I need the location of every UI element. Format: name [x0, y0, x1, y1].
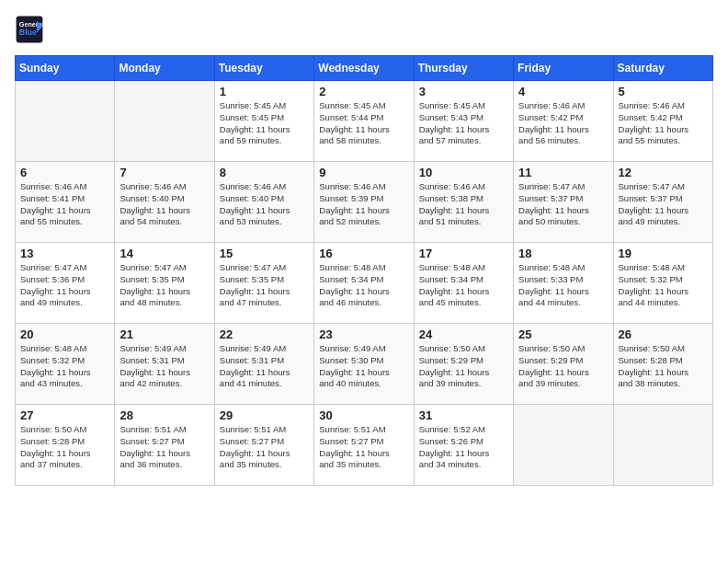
day-number: 28	[119, 408, 209, 422]
calendar-cell: 31Sunrise: 5:52 AM Sunset: 5:26 PM Dayli…	[414, 405, 513, 486]
day-header-wednesday: Wednesday	[314, 56, 414, 81]
calendar-cell: 3Sunrise: 5:45 AM Sunset: 5:43 PM Daylig…	[414, 81, 513, 162]
day-header-tuesday: Tuesday	[214, 56, 313, 81]
day-number: 15	[220, 247, 309, 260]
calendar-body: 1Sunrise: 5:45 AM Sunset: 5:45 PM Daylig…	[16, 81, 713, 486]
day-number: 7	[119, 166, 209, 179]
day-number: 19	[619, 247, 708, 260]
day-number: 17	[419, 247, 508, 260]
day-info: Sunrise: 5:47 AM Sunset: 5:37 PM Dayligh…	[619, 181, 708, 228]
svg-text:Blue: Blue	[19, 28, 37, 37]
calendar-cell	[115, 81, 214, 162]
calendar-cell: 13Sunrise: 5:47 AM Sunset: 5:36 PM Dayli…	[16, 243, 115, 324]
calendar-cell: 11Sunrise: 5:47 AM Sunset: 5:37 PM Dayli…	[514, 162, 613, 243]
day-header-friday: Friday	[514, 56, 613, 81]
calendar-cell	[613, 405, 712, 486]
day-info: Sunrise: 5:47 AM Sunset: 5:35 PM Dayligh…	[119, 262, 209, 309]
day-info: Sunrise: 5:47 AM Sunset: 5:37 PM Dayligh…	[518, 181, 608, 228]
day-number: 3	[419, 85, 508, 98]
day-number: 14	[119, 247, 209, 260]
calendar-cell: 24Sunrise: 5:50 AM Sunset: 5:29 PM Dayli…	[414, 324, 513, 405]
day-info: Sunrise: 5:46 AM Sunset: 5:42 PM Dayligh…	[518, 100, 608, 147]
day-number: 21	[119, 327, 209, 341]
day-info: Sunrise: 5:45 AM Sunset: 5:45 PM Dayligh…	[220, 100, 309, 147]
day-info: Sunrise: 5:46 AM Sunset: 5:40 PM Dayligh…	[119, 181, 209, 228]
calendar-cell: 27Sunrise: 5:50 AM Sunset: 5:28 PM Dayli…	[16, 405, 115, 486]
calendar-cell: 6Sunrise: 5:46 AM Sunset: 5:41 PM Daylig…	[16, 162, 115, 243]
day-info: Sunrise: 5:46 AM Sunset: 5:40 PM Dayligh…	[220, 181, 309, 228]
day-number: 8	[220, 166, 309, 179]
page-header: General Blue	[15, 15, 713, 44]
day-info: Sunrise: 5:46 AM Sunset: 5:42 PM Dayligh…	[619, 100, 708, 147]
day-info: Sunrise: 5:51 AM Sunset: 5:27 PM Dayligh…	[220, 424, 309, 471]
day-header-sunday: Sunday	[16, 56, 115, 81]
calendar-cell: 4Sunrise: 5:46 AM Sunset: 5:42 PM Daylig…	[514, 81, 613, 162]
day-number: 29	[220, 408, 309, 422]
calendar-table: SundayMondayTuesdayWednesdayThursdayFrid…	[15, 55, 713, 486]
calendar-week-3: 13Sunrise: 5:47 AM Sunset: 5:36 PM Dayli…	[16, 243, 713, 324]
day-info: Sunrise: 5:50 AM Sunset: 5:29 PM Dayligh…	[518, 343, 608, 390]
calendar-week-4: 20Sunrise: 5:48 AM Sunset: 5:32 PM Dayli…	[16, 324, 713, 405]
calendar-cell: 20Sunrise: 5:48 AM Sunset: 5:32 PM Dayli…	[16, 324, 115, 405]
calendar-cell: 21Sunrise: 5:49 AM Sunset: 5:31 PM Dayli…	[115, 324, 214, 405]
calendar-cell: 18Sunrise: 5:48 AM Sunset: 5:33 PM Dayli…	[514, 243, 613, 324]
calendar-cell	[16, 81, 115, 162]
day-number: 13	[20, 247, 109, 260]
day-info: Sunrise: 5:52 AM Sunset: 5:26 PM Dayligh…	[419, 424, 508, 471]
day-info: Sunrise: 5:48 AM Sunset: 5:33 PM Dayligh…	[518, 262, 608, 309]
day-number: 1	[220, 85, 309, 98]
calendar-cell: 25Sunrise: 5:50 AM Sunset: 5:29 PM Dayli…	[514, 324, 613, 405]
day-number: 11	[518, 166, 608, 179]
calendar-cell: 9Sunrise: 5:46 AM Sunset: 5:39 PM Daylig…	[314, 162, 414, 243]
day-number: 27	[20, 408, 109, 422]
day-header-thursday: Thursday	[414, 56, 513, 81]
day-info: Sunrise: 5:49 AM Sunset: 5:31 PM Dayligh…	[119, 343, 209, 390]
day-number: 31	[419, 408, 508, 422]
day-info: Sunrise: 5:49 AM Sunset: 5:30 PM Dayligh…	[319, 343, 408, 390]
calendar-cell: 5Sunrise: 5:46 AM Sunset: 5:42 PM Daylig…	[613, 81, 712, 162]
calendar-cell: 26Sunrise: 5:50 AM Sunset: 5:28 PM Dayli…	[613, 324, 712, 405]
day-info: Sunrise: 5:47 AM Sunset: 5:36 PM Dayligh…	[20, 262, 109, 309]
day-number: 12	[619, 166, 708, 179]
day-number: 6	[20, 166, 109, 179]
calendar-cell: 15Sunrise: 5:47 AM Sunset: 5:35 PM Dayli…	[214, 243, 313, 324]
day-number: 16	[319, 247, 408, 260]
calendar-week-2: 6Sunrise: 5:46 AM Sunset: 5:41 PM Daylig…	[16, 162, 713, 243]
day-info: Sunrise: 5:45 AM Sunset: 5:43 PM Dayligh…	[419, 100, 508, 147]
day-number: 25	[518, 327, 608, 341]
day-info: Sunrise: 5:50 AM Sunset: 5:28 PM Dayligh…	[20, 424, 109, 471]
calendar-cell: 2Sunrise: 5:45 AM Sunset: 5:44 PM Daylig…	[314, 81, 414, 162]
day-number: 20	[20, 327, 109, 341]
day-number: 9	[319, 166, 408, 179]
calendar-cell: 23Sunrise: 5:49 AM Sunset: 5:30 PM Dayli…	[314, 324, 414, 405]
calendar-cell: 17Sunrise: 5:48 AM Sunset: 5:34 PM Dayli…	[414, 243, 513, 324]
day-info: Sunrise: 5:48 AM Sunset: 5:32 PM Dayligh…	[20, 343, 109, 390]
day-info: Sunrise: 5:51 AM Sunset: 5:27 PM Dayligh…	[319, 424, 408, 471]
day-header-monday: Monday	[115, 56, 214, 81]
day-info: Sunrise: 5:45 AM Sunset: 5:44 PM Dayligh…	[319, 100, 408, 147]
calendar-week-1: 1Sunrise: 5:45 AM Sunset: 5:45 PM Daylig…	[16, 81, 713, 162]
calendar-cell: 19Sunrise: 5:48 AM Sunset: 5:32 PM Dayli…	[613, 243, 712, 324]
calendar-cell: 28Sunrise: 5:51 AM Sunset: 5:27 PM Dayli…	[115, 405, 214, 486]
calendar-cell: 10Sunrise: 5:46 AM Sunset: 5:38 PM Dayli…	[414, 162, 513, 243]
day-number: 26	[619, 327, 708, 341]
day-info: Sunrise: 5:48 AM Sunset: 5:34 PM Dayligh…	[419, 262, 508, 309]
day-info: Sunrise: 5:46 AM Sunset: 5:38 PM Dayligh…	[419, 181, 508, 228]
day-number: 23	[319, 327, 408, 341]
logo: General Blue	[15, 15, 44, 44]
day-number: 18	[518, 247, 608, 260]
calendar-header-row: SundayMondayTuesdayWednesdayThursdayFrid…	[16, 56, 713, 81]
calendar-cell	[514, 405, 613, 486]
calendar-cell: 22Sunrise: 5:49 AM Sunset: 5:31 PM Dayli…	[214, 324, 313, 405]
day-number: 4	[518, 85, 608, 98]
day-number: 10	[419, 166, 508, 179]
day-number: 2	[319, 85, 408, 98]
calendar-cell: 30Sunrise: 5:51 AM Sunset: 5:27 PM Dayli…	[314, 405, 414, 486]
calendar-cell: 8Sunrise: 5:46 AM Sunset: 5:40 PM Daylig…	[214, 162, 313, 243]
day-number: 5	[619, 85, 708, 98]
day-info: Sunrise: 5:48 AM Sunset: 5:34 PM Dayligh…	[319, 262, 408, 309]
calendar-cell: 14Sunrise: 5:47 AM Sunset: 5:35 PM Dayli…	[115, 243, 214, 324]
day-number: 30	[319, 408, 408, 422]
day-info: Sunrise: 5:48 AM Sunset: 5:32 PM Dayligh…	[619, 262, 708, 309]
calendar-cell: 16Sunrise: 5:48 AM Sunset: 5:34 PM Dayli…	[314, 243, 414, 324]
